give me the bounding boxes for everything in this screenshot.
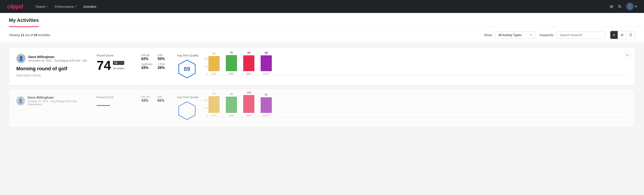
card-left: 👤 Dave Billingham December 05, 2021 · Go…	[16, 54, 88, 77]
chart-y-axis: 100 50 0	[204, 99, 208, 117]
stat-value: 43%	[141, 66, 152, 70]
nav-item-activities[interactable]: Activities	[83, 3, 96, 10]
stat-label: FW Hit	[141, 54, 152, 57]
view-grid-button[interactable]: ⊞	[618, 31, 626, 39]
bar-app-label: APP	[229, 72, 234, 75]
chart-axis-line	[208, 75, 628, 76]
bar-arg-fill	[243, 55, 254, 71]
keywords-label: Keywords:	[540, 33, 554, 37]
hex-badge: 89	[177, 59, 197, 79]
avatar: 👤	[16, 96, 25, 106]
stat-label: FW Hit	[141, 96, 152, 98]
stat-value: 62%	[141, 57, 152, 61]
bar-putt-outer	[261, 55, 272, 71]
nav-label-activities: Activities	[83, 5, 96, 8]
stat-value: 50%	[158, 57, 168, 61]
activity-card: ✎ 👤 Dave Billingham December 05, 2021 · …	[9, 47, 635, 86]
bar-arg-label: ARG	[246, 114, 252, 117]
bar-app: 90 APP	[226, 51, 237, 75]
stat-value: 43%	[141, 98, 152, 103]
bar-ott: 94 OTT	[208, 92, 220, 117]
date-course: October 16, 2021 · Gog Magog Golf Club -…	[28, 100, 88, 106]
filter-show: Show: All Activity Types Round Practice	[484, 31, 535, 39]
avg-shot-quality-label: Avg Shot Quality	[177, 96, 198, 99]
card-user: 👤 Dave Billingham October 16, 2021 · Gog…	[16, 96, 88, 106]
filter-viewing-text: Viewing 12 out of 29 Activities	[9, 33, 480, 37]
bar-arg: 89 ARG	[243, 51, 254, 75]
avg-shot-quality-label: Avg Shot Quality	[177, 54, 198, 57]
big-score	[96, 100, 132, 106]
bar-arg-fill	[243, 95, 254, 113]
bar-putt-value: 87	[265, 93, 268, 96]
bar-app-outer	[226, 55, 237, 71]
stat-fw-hit: FW Hit 62%	[141, 54, 152, 61]
bar-app: 92 APP	[226, 92, 237, 117]
card-stats: FW Hit 43% GIR 56%	[141, 96, 168, 103]
chart-bars: 85 OTT 90	[208, 57, 628, 75]
stat-gir: GIR 50%	[158, 54, 168, 61]
view-list-full-button[interactable]: ☰	[626, 31, 635, 39]
activities-list: ✎ 👤 Dave Billingham December 05, 2021 · …	[0, 43, 644, 132]
bar-arg-value: 106	[246, 91, 251, 94]
user-name: Dave Billingham	[28, 55, 86, 59]
round-score-section: Round Score 74 +4 18 Holes	[96, 54, 132, 72]
bar-putt-fill	[261, 55, 272, 71]
show-label: Show:	[484, 33, 493, 37]
round-score-label: Round Score	[96, 54, 132, 57]
hex-shape	[177, 100, 197, 121]
avatar-icon: 👤	[628, 4, 632, 9]
stat-1putt: 1 Putt 28%	[158, 63, 168, 70]
user-name: Dave Billingham	[28, 96, 88, 99]
filter-keywords: Keywords:	[540, 31, 606, 39]
round-score-section: Round Score	[96, 96, 132, 106]
bar-ott-value: 94	[213, 92, 216, 95]
filter-bar: Viewing 12 out of 29 Activities Show: Al…	[0, 27, 644, 43]
search-input[interactable]	[556, 31, 606, 39]
add-button[interactable]: ⊕	[610, 4, 614, 9]
score-holes: 18 Holes	[113, 67, 124, 70]
logo[interactable]: clippd	[7, 3, 23, 10]
big-score: 74 +4 18 Holes	[96, 59, 132, 72]
bar-app-fill	[226, 55, 237, 71]
bar-ott-label: OTT	[212, 72, 216, 75]
bar-putt-outer	[261, 97, 272, 113]
user-chevron-icon: ▾	[635, 4, 637, 8]
bar-ott: 85 OTT	[208, 52, 220, 75]
bar-ott-label: OTT	[212, 114, 216, 117]
bar-putt: 89 PUTT	[261, 51, 272, 75]
stat-fw-hit: FW Hit 43%	[141, 96, 152, 103]
score-badge: +4	[113, 61, 124, 65]
avg-shot-quality-wrapper: Avg Shot Quality 89	[177, 54, 198, 79]
bar-putt-label: PUTT	[263, 114, 270, 117]
stat-label: GIR	[158, 54, 168, 57]
refresh-button[interactable]: ↻	[618, 4, 622, 9]
bar-arg: 106 ARG	[243, 91, 254, 117]
round-score-label: Round Score	[96, 96, 132, 99]
activity-title[interactable]: Morning round of golf	[16, 66, 88, 72]
nav-item-performance[interactable]: Performance ▾	[55, 3, 76, 10]
bar-app-value: 92	[230, 92, 233, 96]
card-user-info: Dave Billingham October 16, 2021 · Gog M…	[28, 96, 88, 106]
activity-type-select[interactable]: All Activity Types Round Practice	[495, 31, 535, 39]
bar-ott-outer	[208, 56, 220, 71]
nav-label-performance: Performance	[55, 5, 74, 8]
score-details: +4 18 Holes	[113, 61, 124, 72]
page-title: My Activities	[9, 13, 39, 27]
bar-ott-outer	[208, 96, 220, 113]
chart-axis-line	[208, 117, 628, 117]
bar-putt-label: PUTT	[263, 72, 270, 75]
nav-item-teams[interactable]: Teams ▾	[36, 3, 48, 10]
bar-app-outer	[226, 96, 237, 113]
card-stats: FW Hit 62% GIR 50% Up/Down 43% 1 Putt 28…	[141, 54, 168, 70]
stat-label: 1 Putt	[158, 63, 168, 66]
user-menu-button[interactable]: 👤 ▾	[626, 3, 637, 10]
card-user-info: Dave Billingham December 05, 2021 · Gog …	[28, 55, 86, 62]
date-course: December 05, 2021 · Gog Magog Golf Club …	[28, 59, 86, 62]
card-left: 👤 Dave Billingham October 16, 2021 · Gog…	[16, 96, 88, 109]
view-list-compact-button[interactable]: ≡	[610, 31, 618, 39]
stat-value: 28%	[158, 66, 168, 70]
page-header: My Activities	[0, 13, 644, 27]
bar-arg-label: ARG	[246, 72, 252, 75]
bar-arg-outer	[243, 55, 254, 71]
bar-arg-value: 89	[248, 51, 250, 54]
